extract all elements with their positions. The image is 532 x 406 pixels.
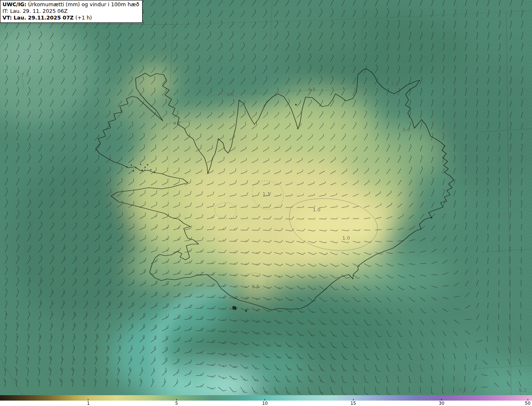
precipitation-colorbar: 1510153050 xyxy=(0,395,532,406)
colorbar-gradient xyxy=(0,395,532,401)
valid-time: VT: Lau. 29.11.2025 07Z (+1 h) xyxy=(2,15,139,21)
wind-barb xyxy=(510,302,510,308)
wind-barb xyxy=(510,246,510,252)
init-time: IT: Lau. 29. 11. 2025 06Z xyxy=(2,8,139,15)
colorbar-tick-label: 50 xyxy=(525,401,530,406)
wind-barb xyxy=(465,319,471,320)
colorbar-labels: 1510153050 xyxy=(0,401,532,406)
map-title-box: UWC/IG: Úrkomumætti (mm) og vindur i 100… xyxy=(0,0,143,23)
colorbar-tick-label: 30 xyxy=(439,401,444,406)
colorbar-tick-label: 10 xyxy=(262,401,268,406)
colorbar-tick-label: 5 xyxy=(175,401,178,406)
colorbar-tick-label: 15 xyxy=(350,401,356,406)
map-title: UWC/IG: Úrkomumætti (mm) og vindur i 100… xyxy=(2,1,139,8)
wind-barb xyxy=(521,291,521,297)
wind-barb xyxy=(521,246,522,252)
wind-barb xyxy=(465,364,466,371)
weather-map-viewport: 7.34.84.84.84.75.01.11.01.02.57.06.2 UWC… xyxy=(0,0,532,406)
colorbar-tick-label: 1 xyxy=(87,401,90,406)
precipitation-wind-map xyxy=(0,0,532,395)
